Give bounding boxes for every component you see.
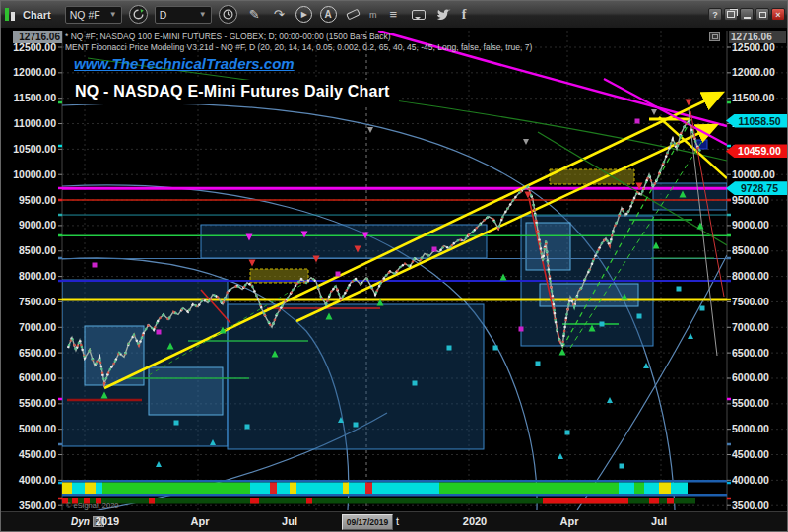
svg-text:5000.00: 5000.00 xyxy=(19,423,56,434)
svg-text:9500.00: 9500.00 xyxy=(732,194,769,206)
svg-text:12000.00: 12000.00 xyxy=(13,66,56,78)
svg-text:4500.00: 4500.00 xyxy=(19,448,56,460)
svg-text:7000.00: 7000.00 xyxy=(732,321,769,333)
refresh-icon xyxy=(133,9,144,20)
svg-text:5500.00: 5500.00 xyxy=(732,397,769,409)
date-box[interactable]: 09/17/2019 xyxy=(342,514,393,530)
chevron-down-icon: ▼ xyxy=(109,10,117,19)
chart-icon xyxy=(5,8,17,22)
watermark-link[interactable]: www.TheTechnicalTraders.com xyxy=(74,55,295,72)
left-axis-top-value: 12716.06 xyxy=(13,31,62,43)
help-button[interactable]: ? xyxy=(708,8,722,21)
price-badge: 10459.00 xyxy=(726,144,787,158)
mixer-icon[interactable]: ≡ xyxy=(383,2,404,28)
svg-text:5500.00: 5500.00 xyxy=(19,397,56,409)
chart-title-line1: * NQ #F; NASDAQ 100 E-MINI FUTURES - GLO… xyxy=(65,32,391,41)
redo-icon[interactable]: ↷ xyxy=(269,2,290,28)
svg-text:10500.00: 10500.00 xyxy=(13,143,56,155)
chevron-down-icon: ▼ xyxy=(199,10,207,19)
indicator-stripes xyxy=(62,480,727,504)
dyn-label[interactable]: Dyn xyxy=(71,516,90,527)
time-label: Jul xyxy=(651,515,667,527)
pencil-icon[interactable]: ✎ xyxy=(244,2,265,28)
svg-text:5000.00: 5000.00 xyxy=(732,423,769,434)
chart-title-line2: MENT Fibonacci Price Modeling V3.21d - N… xyxy=(65,42,532,52)
period-dropdown[interactable]: D ▼ xyxy=(155,6,212,24)
price-badge: 9728.75 xyxy=(726,181,787,195)
chart-label: Chart xyxy=(23,9,51,21)
minimize-button[interactable] xyxy=(740,8,754,21)
symbol-dropdown[interactable]: NQ #F ▼ xyxy=(65,6,122,24)
svg-text:4000.00: 4000.00 xyxy=(19,474,56,486)
copyright-label: © eSignal, 2020 xyxy=(66,501,118,510)
m-icon[interactable]: m xyxy=(367,2,379,28)
eraser-icon[interactable] xyxy=(346,9,361,21)
svg-text:3500.00: 3500.00 xyxy=(19,499,56,511)
date-suffix: t xyxy=(396,515,399,527)
svg-text:6500.00: 6500.00 xyxy=(19,347,56,359)
play-icon[interactable]: ▶ xyxy=(296,6,312,23)
time-label: 2020 xyxy=(463,515,487,527)
svg-text:4000.00: 4000.00 xyxy=(732,474,769,486)
svg-text:8500.00: 8500.00 xyxy=(19,244,56,256)
chat-icon[interactable] xyxy=(412,10,426,20)
svg-text:7500.00: 7500.00 xyxy=(732,296,769,307)
svg-text:9000.00: 9000.00 xyxy=(732,219,769,231)
app-window: 3500.003500.004000.004000.004500.004500.… xyxy=(0,0,788,532)
svg-text:9500.00: 9500.00 xyxy=(19,194,56,206)
right-axis-top-value: 12716.06 xyxy=(729,31,786,43)
svg-text:12000.00: 12000.00 xyxy=(732,66,775,78)
svg-text:4500.00: 4500.00 xyxy=(732,448,769,460)
svg-text:11000.00: 11000.00 xyxy=(14,117,56,129)
svg-text:6500.00: 6500.00 xyxy=(732,347,769,359)
svg-text:9000.00: 9000.00 xyxy=(19,219,56,231)
svg-text:8000.00: 8000.00 xyxy=(732,270,769,282)
svg-text:11500.00: 11500.00 xyxy=(732,92,774,103)
auto-icon[interactable]: A xyxy=(320,6,337,23)
svg-text:11500.00: 11500.00 xyxy=(14,92,56,103)
svg-text:7000.00: 7000.00 xyxy=(19,321,56,333)
refresh-button[interactable] xyxy=(129,5,148,24)
svg-text:10000.00: 10000.00 xyxy=(13,168,56,180)
time-axis-bar[interactable]: Dyn 2019AprJul2020AprJul 09/17/2019 t xyxy=(1,511,788,532)
maximize-button[interactable] xyxy=(755,8,769,21)
symbol-value: NQ #F xyxy=(70,9,100,21)
svg-text:3500.00: 3500.00 xyxy=(732,499,769,511)
time-label: Jul xyxy=(282,515,297,527)
svg-text:10000.00: 10000.00 xyxy=(732,168,775,180)
time-label: Apr xyxy=(560,515,579,527)
facebook-icon[interactable]: f xyxy=(462,7,467,23)
clock-button[interactable] xyxy=(219,5,237,24)
time-label: Apr xyxy=(191,515,210,527)
svg-text:8500.00: 8500.00 xyxy=(732,244,769,256)
window-controls: ? × xyxy=(708,8,785,21)
chart-heading: NQ - NASDAQ E-Mini Futures Daily Chart xyxy=(70,80,399,104)
svg-text:8000.00: 8000.00 xyxy=(19,270,56,282)
toolbar: Chart NQ #F ▼ D ▼ ✎ ↷ ▶ A m ≡ xyxy=(1,1,788,29)
price-badge: 11058.50 xyxy=(726,114,787,128)
period-value: D xyxy=(160,9,167,21)
svg-text:6000.00: 6000.00 xyxy=(19,371,56,383)
svg-text:6000.00: 6000.00 xyxy=(732,371,769,383)
clock-icon xyxy=(223,9,233,20)
popout-icon[interactable] xyxy=(709,32,720,41)
twitter-icon[interactable] xyxy=(436,8,451,21)
svg-text:7500.00: 7500.00 xyxy=(19,296,56,307)
close-button[interactable]: × xyxy=(771,8,785,21)
restore-button[interactable] xyxy=(724,8,738,21)
time-label: 2019 xyxy=(96,515,119,527)
